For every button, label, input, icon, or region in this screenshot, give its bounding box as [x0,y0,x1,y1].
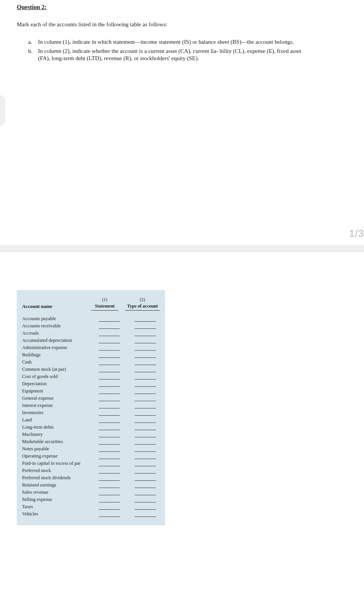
account-name: General expense [22,395,95,401]
statement-blank[interactable] [99,396,120,401]
table-body: Accounts payableAccounts receivableAccru… [22,314,160,517]
list-text: In column (2), indicate whether the acco… [38,48,353,62]
type-blank[interactable] [135,324,156,329]
type-blank[interactable] [135,512,156,517]
account-name: Equipment [22,388,95,394]
type-blank[interactable] [135,331,156,336]
statement-blank[interactable] [99,346,120,351]
statement-blank[interactable] [99,418,120,423]
table-row: Equipment [22,387,160,394]
table-row: Long-term debts [22,423,160,430]
table-row: Accruals [22,329,160,336]
statement-blank[interactable] [99,317,120,322]
statement-blank[interactable] [99,461,120,466]
table-row: Taxes [22,502,160,510]
type-blank[interactable] [135,375,156,380]
statement-blank[interactable] [99,382,120,387]
list-item: b. In column (2), indicate whether the a… [28,48,353,62]
account-name: Cash [22,359,95,365]
table-row: Cost of goods sold [22,372,160,380]
type-blank[interactable] [135,389,156,394]
statement-blank[interactable] [99,360,120,365]
type-blank[interactable] [135,346,156,351]
statement-blank[interactable] [99,512,120,517]
type-blank[interactable] [135,418,156,423]
statement-blank[interactable] [99,375,120,380]
statement-blank[interactable] [99,367,120,372]
statement-blank[interactable] [99,505,120,510]
table-row: Interest expense [22,401,160,408]
statement-blank[interactable] [99,454,120,459]
page-number-bar: 1/3 [0,228,364,245]
type-blank[interactable] [135,317,156,322]
table-row: Accumulated depreciation [22,336,160,343]
type-blank[interactable] [135,498,156,502]
type-blank[interactable] [135,396,156,401]
account-name: Vehicles [22,511,95,517]
statement-blank[interactable] [99,490,120,495]
account-name: Preferred stock [22,468,95,474]
table-row: Retained earnings [22,481,160,488]
type-blank[interactable] [135,505,156,510]
type-blank[interactable] [135,461,156,466]
type-blank[interactable] [135,454,156,459]
statement-blank[interactable] [99,411,120,416]
account-name: Inventories [22,410,95,416]
type-blank[interactable] [135,411,156,416]
page-1: Question 2: Mark each of the accounts li… [0,0,364,228]
statement-blank[interactable] [99,425,120,430]
statement-blank[interactable] [99,476,120,481]
statement-blank[interactable] [99,403,120,408]
page-divider [0,245,364,252]
account-name: Cost of goods sold [22,374,95,380]
statement-blank[interactable] [99,498,120,502]
type-blank[interactable] [135,490,156,495]
table-row: Cash [22,358,160,365]
type-blank[interactable] [135,425,156,430]
type-blank[interactable] [135,403,156,408]
account-name: Buildings [22,352,95,358]
type-blank[interactable] [135,360,156,365]
table-header-name: Account name [22,303,91,311]
type-blank[interactable] [135,447,156,452]
account-name: Retained earnings [22,482,95,488]
statement-blank[interactable] [99,338,120,343]
statement-blank[interactable] [99,469,120,474]
type-blank[interactable] [135,432,156,437]
table-row: Vehicles [22,510,160,517]
page-2: Account name (1) Statement (2) Type of a… [0,252,364,541]
statement-blank[interactable] [99,353,120,358]
account-name: Depreciation [22,381,95,387]
table-row: Sales revenue [22,488,160,495]
statement-blank[interactable] [99,389,120,394]
type-blank[interactable] [135,469,156,474]
type-blank[interactable] [135,382,156,387]
table-row: Common stock (at par) [22,365,160,372]
type-blank[interactable] [135,353,156,358]
statement-blank[interactable] [99,440,120,445]
type-blank[interactable] [135,476,156,481]
table-header-col2-label: Type of account [125,303,160,311]
type-blank[interactable] [135,367,156,372]
statement-blank[interactable] [99,324,120,329]
type-blank[interactable] [135,440,156,445]
table-header: Account name (1) Statement (2) Type of a… [22,297,160,311]
table-row: Selling expense [22,495,160,502]
type-blank[interactable] [135,483,156,488]
list-text: In column (1), indicate in which stateme… [38,38,353,46]
account-name: Accumulated depreciation [22,338,95,343]
statement-blank[interactable] [99,331,120,336]
account-name: Land [22,417,95,423]
table-row: Administrative expense [22,343,160,351]
table-row: Notes payable [22,445,160,452]
statement-blank[interactable] [99,447,120,452]
statement-blank[interactable] [99,483,120,488]
table-header-col1-label: Statement [91,303,118,311]
table-row: Land [22,416,160,423]
type-blank[interactable] [135,338,156,343]
statement-blank[interactable] [99,432,120,437]
account-name: Long-term debts [22,424,95,430]
table-header-col1: (1) Statement [91,297,118,311]
table-row: Preferred stock [22,466,160,474]
account-name: Operating expense [22,453,95,459]
